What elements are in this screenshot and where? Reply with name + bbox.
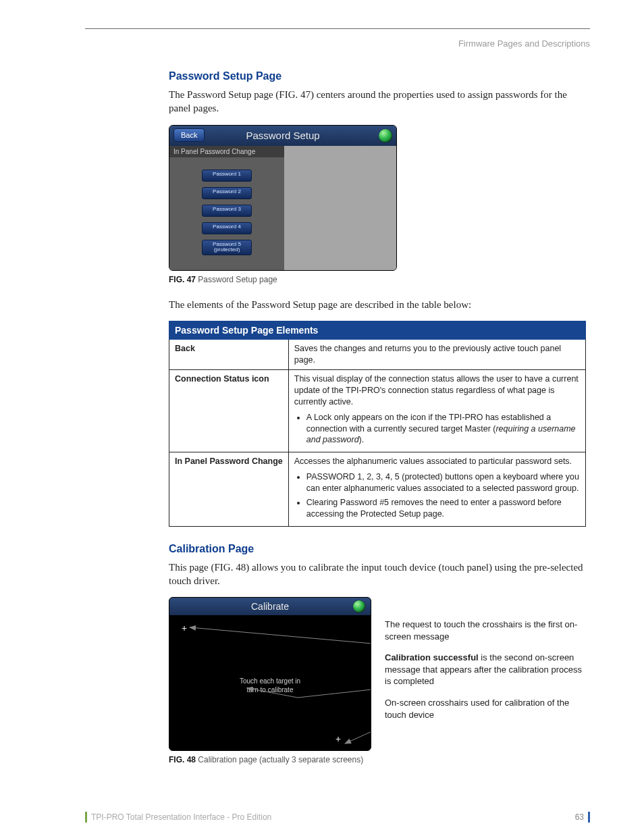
panel-right-column [284, 146, 396, 271]
password-5-button[interactable]: Password 5 (protected) [202, 240, 252, 256]
password-4-button[interactable]: Password 4 [202, 222, 252, 234]
password-setup-panel: Back Password Setup In Panel Password Ch… [169, 125, 397, 271]
footer-left-text: TPI-PRO Total Presentation Interface - P… [91, 812, 575, 822]
password-1-button[interactable]: Password 1 [202, 170, 252, 182]
list-item: Clearing Password #5 removes the need to… [306, 497, 580, 520]
page-number: 63 [575, 812, 584, 822]
table-row: Back Saves the changes and returns you t… [169, 340, 586, 370]
table-desc-connection-status: This visual display of the connection st… [288, 370, 585, 452]
figure-47: Back Password Setup In Panel Password Ch… [169, 125, 590, 271]
connection-status-icon [353, 600, 365, 613]
list-item: A Lock only appears on the icon if the T… [306, 412, 580, 446]
svg-line-1 [298, 689, 371, 698]
table-key-in-panel-password-change: In Panel Password Change [169, 452, 289, 526]
figure-47-caption: FIG. 47 Password Setup page [169, 275, 590, 284]
password-2-button[interactable]: Password 2 [202, 187, 252, 199]
table-key-back: Back [169, 340, 289, 370]
panel-titlebar: Back Password Setup [169, 126, 396, 146]
calibration-message: Touch each target in turn to calibrate [240, 677, 300, 694]
table-desc-in-panel-password-change: Accesses the alphanumeric values associa… [288, 452, 585, 526]
figure-48: Calibrate + Touch each target in turn to… [169, 597, 590, 751]
section-title-calibration: Calibration Page [169, 543, 590, 555]
connection-status-icon [379, 129, 392, 142]
password-3-button[interactable]: Password 3 [202, 205, 252, 217]
table-intro-text: The elements of the Password Setup page … [169, 298, 590, 311]
table-row: Connection Status icon This visual displ… [169, 370, 586, 452]
table-desc-back: Saves the changes and returns you to the… [288, 340, 585, 370]
breadcrumb: Firmware Pages and Descriptions [85, 38, 590, 49]
svg-line-0 [190, 627, 371, 644]
callout-text: Calibration successful is the second on-… [385, 652, 590, 687]
crosshair-icon: + [182, 623, 187, 634]
top-rule [85, 28, 590, 29]
section-title-password-setup: Password Setup Page [169, 70, 590, 82]
callout-text: On-screen crosshairs used for calibratio… [385, 697, 590, 721]
table-row: In Panel Password Change Accesses the al… [169, 452, 586, 526]
panel-left-header: In Panel Password Change [169, 146, 284, 157]
table-header: Password Setup Page Elements [169, 321, 586, 340]
calibration-title-text: Calibrate [251, 601, 289, 612]
calibration-panel: Calibrate + Touch each target in turn to… [169, 597, 371, 751]
svg-line-3 [345, 731, 371, 744]
section-intro-calibration: This page (FIG. 48) allows you to calibr… [169, 561, 590, 588]
figure-48-callouts: The request to touch the crosshairs is t… [385, 597, 590, 730]
back-button[interactable]: Back [173, 128, 205, 142]
crosshair-icon: + [336, 734, 341, 745]
password-setup-elements-table: Password Setup Page Elements Back Saves … [169, 321, 586, 526]
footer-accent-bar [85, 812, 87, 823]
list-item: PASSWORD 1, 2, 3, 4, 5 (protected) butto… [306, 471, 580, 494]
panel-title-text: Password Setup [246, 130, 319, 141]
figure-48-caption: FIG. 48 Calibration page (actually 3 sep… [169, 755, 590, 764]
footer-accent-bar [588, 812, 590, 823]
table-key-connection-status: Connection Status icon [169, 370, 289, 452]
section-intro-password-setup: The Password Setup page (FIG. 47) center… [169, 88, 590, 115]
panel-left-column: In Panel Password Change Password 1 Pass… [169, 146, 284, 271]
calibration-titlebar: Calibrate [169, 598, 371, 615]
callout-text: The request to touch the crosshairs is t… [385, 619, 590, 642]
